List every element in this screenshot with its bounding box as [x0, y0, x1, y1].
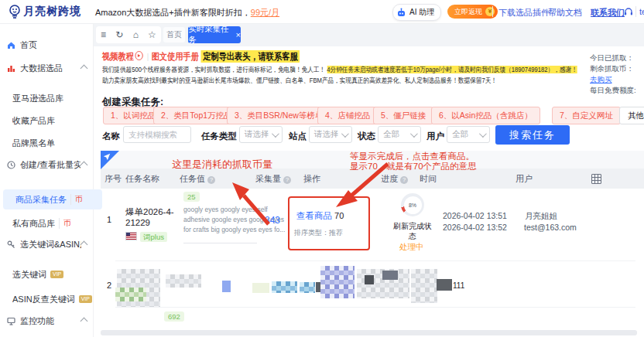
chevron-up-icon [80, 64, 88, 72]
sidebar-item-label: 选关键词 [12, 269, 46, 281]
sidebar-item-amazon-library[interactable]: 亚马逊选品库 [0, 89, 105, 107]
chevron-up-icon [80, 161, 88, 168]
hint-line: 刷新完成状 [393, 222, 432, 230]
us-flag-icon [125, 232, 137, 240]
task-button-zombie-links[interactable]: 5、僵尸链接 [373, 107, 433, 124]
redacted-mosaic [382, 271, 398, 280]
ai-assistant-button[interactable]: AI 助理 [392, 4, 441, 21]
tab-realtime-collection[interactable]: 实时采集任务 × [188, 26, 241, 43]
user-email: test@163.com [524, 223, 577, 232]
close-icon[interactable]: × [236, 31, 241, 39]
name-search-input[interactable] [123, 126, 191, 143]
sidebar-item-favorites-library[interactable]: 收藏产品库 [0, 111, 105, 130]
topbar: 月亮树跨境 Amazon大数据选品+插件新客限时折扣，99元/月 AI 助理 立… [0, 0, 644, 24]
help-docs-link[interactable]: 帮助文档 [548, 7, 582, 19]
home-icon[interactable]: ⌂ [133, 29, 139, 40]
chevron-down-icon [341, 130, 349, 138]
sidebar-item-label: 品牌黑名单 [12, 138, 55, 149]
download-plugin-link[interactable]: 下载选品插件 [498, 7, 550, 19]
tab-label: 实时采集任务 [188, 24, 233, 46]
progress-value: 8% [409, 203, 416, 208]
user-account-truncated[interactable]: te [639, 7, 644, 16]
task-name-line2: 21229 [125, 218, 150, 227]
status-select[interactable]: 全部 [378, 126, 421, 143]
menu-collapse-icon[interactable]: ≡ [101, 29, 106, 40]
col-header-label: 任务值 [180, 174, 205, 183]
col-header-time: 时间 [420, 173, 437, 185]
robot-icon [396, 8, 406, 18]
word-plus-tag: 词plus [140, 232, 167, 242]
row-divider [115, 307, 635, 308]
info-icon[interactable]: ? [283, 176, 291, 184]
sidebar-item-private-library[interactable]: 私有商品库 币 [0, 214, 105, 233]
redacted-visible-text: 111 [453, 281, 464, 290]
task-button-store-mining[interactable]: 4、店铺挖品 [317, 107, 378, 124]
annotation-highlight-box [288, 196, 370, 250]
sidebar-item-select-keywords[interactable]: 选关键词 VIP [0, 265, 105, 284]
sidebar-item-product-collection-tasks[interactable]: 商品采集任务 币 [3, 189, 102, 209]
vip-badge: VIP [79, 295, 92, 303]
sidebar-item-label: 大数据选品 [20, 63, 63, 74]
col-header-task-name: 任务名称 [125, 173, 159, 185]
promo-text: Amazon大数据选品+插件新客限时折扣， [95, 8, 251, 17]
task-button-asin-mining[interactable]: 6、以Asin挖品（含跳店） [431, 107, 540, 124]
task-value-badge: 692 [164, 311, 184, 322]
annotation-line: 等显示完成后，点击查看商品。 [350, 151, 474, 161]
bar-chart-icon [6, 63, 15, 73]
contact-us-link[interactable]: 联系我们 [591, 7, 625, 19]
sidebar-item-label: 首页 [20, 39, 37, 51]
sidebar-item-batch-realtime[interactable]: 创建/查看批量实时... [0, 155, 93, 174]
home-icon [6, 40, 15, 49]
info-icon[interactable]: ? [207, 176, 215, 184]
chevron-down-icon [479, 130, 487, 138]
sidebar-item-monitoring[interactable]: 监控功能 [0, 311, 93, 330]
task-value-badge: 25 [183, 192, 200, 202]
redacted-mosaic [222, 281, 231, 292]
divider [183, 243, 257, 243]
search-tasks-button[interactable]: 搜索任务 [495, 125, 570, 145]
sidebar-item-brand-blacklist[interactable]: 品牌黑名单 [0, 134, 105, 152]
status-badge: 处理中 [399, 242, 424, 253]
sidebar-item-label: ASIN反查关键词 [12, 294, 75, 305]
horizontal-scrollbar[interactable] [101, 330, 637, 335]
sidebar-item-home[interactable]: 首页 [0, 36, 93, 54]
time-end: 2026-04-02 13:52 [443, 223, 507, 232]
column-settings-icon[interactable] [591, 174, 601, 184]
sidebar-item-label: 私有商品库 [12, 218, 55, 230]
buy-coins-link[interactable]: 去购买 [590, 74, 644, 85]
task-button-custom-url[interactable]: 7、自定义网址 [552, 107, 621, 124]
play-icon [135, 51, 143, 60]
sidebar-item-keyword-asin[interactable]: 选关键词&ASIN反查 [0, 235, 93, 254]
tab-home[interactable]: 首页 [163, 27, 185, 43]
promo-price-link[interactable]: 99元/月 [251, 8, 279, 17]
select-value: 请选择 [314, 129, 339, 140]
cashback-button[interactable]: 立即返现 ¥ [447, 5, 498, 19]
site-select[interactable]: 请选择 [309, 126, 352, 143]
star-icon[interactable]: ☆ [148, 29, 156, 40]
manual-link[interactable]: 图文使用手册 [152, 51, 199, 62]
redacted-mosaic [320, 266, 355, 298]
user-select[interactable]: 全部 [447, 126, 490, 143]
task-button-bsr-new[interactable]: 3、类目BSR/New等榜单 [227, 107, 331, 124]
info-icon[interactable]: ? [400, 176, 408, 184]
refresh-status-hint[interactable]: 刷新完成状态 [392, 221, 433, 241]
chevron-down-icon [410, 130, 418, 138]
cashback-label: 立即返现 [454, 7, 482, 17]
app-logo-text: 月亮树跨境 [23, 5, 81, 19]
badge-value: 692 [164, 311, 184, 322]
paper-plane-icon [103, 153, 111, 161]
refresh-icon[interactable]: ↻ [115, 29, 123, 40]
video-tutorial-link[interactable]: 视频教程 [102, 51, 134, 62]
sidebar-item-asin-reverse[interactable]: ASIN反查关键词 VIP [0, 290, 105, 308]
sidebar-item-bigdata[interactable]: 大数据选品 [0, 59, 93, 77]
type-select[interactable]: 请选择 [239, 126, 283, 143]
tab-bar: ≡ ↻ ⌂ ☆ 首页 实时采集任务 × [94, 23, 644, 46]
divider [492, 6, 493, 17]
tab-label: 首页 [166, 29, 182, 40]
promo-banner: Amazon大数据选品+插件新客限时折扣，99元/月 [95, 7, 279, 19]
time-start: 2026-04-02 13:51 [443, 211, 507, 220]
other-tasks-button[interactable]: 其他任务 [619, 107, 644, 124]
tabbar-icon-group: ≡ ↻ ⌂ ☆ [96, 26, 161, 43]
notice-line-3: 助力卖家朋友高效找到最实时的亚马逊新出长尾市场爆款、僵尸链接、白名单、FBM产品… [102, 76, 497, 86]
row-divider [115, 260, 635, 261]
